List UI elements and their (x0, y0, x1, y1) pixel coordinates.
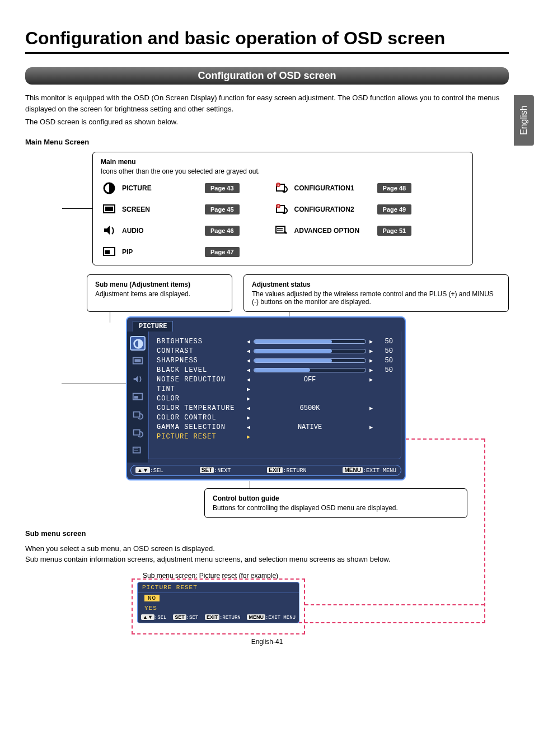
control-button-title: Control button guide (213, 494, 459, 502)
footer-return: RETURN (287, 468, 307, 474)
svg-rect-4 (105, 250, 110, 254)
osd-slider (254, 349, 366, 353)
main-menu-screen-heading: Main Menu Screen (25, 138, 509, 146)
osd-row-label: GAMMA SELECTION (157, 423, 243, 431)
menu-item-pip: PIP Page 47 (101, 245, 240, 259)
language-tab: English (514, 95, 534, 146)
sftr-return: RETURN (222, 615, 240, 620)
config2-icon: 2 (273, 202, 290, 217)
osd-select-value: 6500K (254, 404, 366, 412)
config1-icon: 1 (273, 181, 290, 195)
audio-icon (101, 223, 118, 238)
adjstatus-callout-desc: The values adjusted by the wireless remo… (252, 290, 500, 306)
sftr-set: SET (189, 615, 198, 620)
osd-row: COLOR TEMPERATURE◀6500K▶ (157, 404, 393, 413)
right-arrow-icon: ▶ (369, 348, 373, 354)
key-exit: EXIT (267, 467, 283, 473)
page-badge: Page 48 (377, 183, 412, 193)
osd-list: BRIGHTNESS◀▶50CONTRAST◀▶50SHARPNESS◀▶50B… (148, 332, 401, 459)
adjstatus-callout: Adjustment status The values adjusted by… (243, 274, 509, 312)
osd-row: BRIGHTNESS◀▶50 (157, 337, 393, 347)
right-arrow-icon: ▶ (247, 386, 250, 393)
side-picture-icon (131, 337, 144, 349)
key-menu: MENU (343, 467, 362, 473)
sftr-sel: SEL (157, 615, 166, 620)
left-arrow-icon: ◀ (247, 376, 250, 383)
svg-rect-19 (133, 412, 139, 417)
submenu-callout: Sub menu (Adjustment items) Adjustment i… (87, 274, 232, 312)
osd-row-label: SHARPNESS (157, 357, 243, 365)
left-arrow-icon: ◀ (247, 367, 250, 374)
menu-label: AUDIO (122, 227, 200, 235)
menu-label: SCREEN (122, 206, 200, 213)
submenu-callout-desc: Adjustment items are displayed. (95, 290, 224, 298)
menu-item-config2: 2 CONFIGURATION2 Page 49 (273, 202, 412, 217)
svg-rect-18 (134, 396, 138, 399)
menu-item-config1: 1 CONFIGURATION1 Page 48 (273, 181, 412, 195)
side-advanced-icon (131, 445, 144, 457)
skey-updown: ▲▼ (141, 614, 154, 620)
side-screen-icon (131, 355, 144, 367)
osd-select-value: OFF (254, 376, 366, 384)
menu-label: PICTURE (122, 184, 200, 192)
right-arrow-icon: ▶ (369, 405, 373, 412)
osd-row-label: NOISE REDUCTION (157, 376, 243, 384)
side-config1-icon (131, 409, 144, 421)
menu-col-left: PICTURE Page 43 SCREEN Page 45 AUDIO Pag… (101, 181, 240, 259)
menu-label: ADVANCED OPTION (294, 227, 373, 235)
osd-row: CONTRAST◀▶50 (157, 347, 393, 356)
page-badge: Page 47 (205, 247, 240, 257)
osd-value: 50 (376, 338, 393, 346)
osd-row: COLOR CONTROL▶ (157, 413, 393, 423)
page-badge: Page 51 (377, 226, 412, 236)
left-arrow-icon: ◀ (247, 348, 250, 354)
side-config2-icon (131, 427, 144, 439)
screen-icon (101, 202, 118, 217)
osd-slider (254, 339, 366, 344)
osd-row: PICTURE RESET▶ (157, 432, 393, 442)
key-set: SET (200, 467, 214, 473)
sub-osd-footer: ▲▼:SEL SET:SET EXIT:RETURN MENU:EXIT MEN… (138, 613, 299, 622)
main-menu-callout-desc: Icons other than the one you selected ar… (101, 167, 465, 175)
intro-p1: This monitor is equipped with the OSD (O… (25, 92, 509, 114)
osd-value: 50 (376, 366, 393, 374)
pip-icon (101, 245, 118, 259)
osd-footer: ▲▼:SEL SET:NEXT EXIT:RETURN MENU:EXIT ME… (130, 465, 401, 476)
sub-menu-p1: When you select a sub menu, an OSD scree… (25, 543, 509, 554)
sub-osd-opt-yes: YES (138, 603, 299, 613)
osd-tab-picture: PICTURE (133, 321, 173, 332)
menu-item-advanced: ADVANCED OPTION Page 51 (273, 223, 412, 238)
right-arrow-icon: ▶ (369, 424, 373, 431)
right-arrow-icon: ▶ (247, 433, 250, 440)
side-audio-icon (131, 373, 144, 385)
key-updown: ▲▼ (135, 467, 150, 473)
left-arrow-icon: ◀ (247, 338, 250, 345)
control-button-desc: Buttons for controlling the displayed OS… (213, 504, 459, 512)
osd-side-icons (127, 332, 148, 463)
sub-osd-opt-no: NO (138, 593, 299, 603)
page-badge: Page 45 (205, 204, 240, 214)
intro-text: This monitor is equipped with the OSD (O… (25, 92, 509, 128)
svg-rect-20 (133, 430, 139, 435)
menu-item-picture: PICTURE Page 43 (101, 181, 240, 195)
osd-slider (254, 368, 366, 372)
page-badge: Page 43 (205, 183, 240, 193)
sub-osd-no-label: NO (144, 595, 160, 601)
osd-row: NOISE REDUCTION◀OFF▶ (157, 375, 393, 385)
osd-row: SHARPNESS◀▶50 (157, 356, 393, 366)
intro-p2: The OSD screen is configured as shown be… (25, 116, 509, 128)
osd-row: BLACK LEVEL◀▶50 (157, 366, 393, 375)
submenu-callout-title: Sub menu (Adjustment items) (95, 281, 224, 288)
osd-row-label: COLOR CONTROL (157, 414, 243, 422)
dashed-connector-h3 (305, 604, 484, 605)
osd-slider (254, 358, 366, 363)
page-badge: Page 46 (205, 226, 240, 236)
footer-sel: SEL (153, 468, 163, 474)
skey-exit: EXIT (205, 614, 219, 620)
right-arrow-icon: ▶ (247, 414, 250, 421)
picture-icon (101, 181, 118, 195)
right-arrow-icon: ▶ (247, 395, 250, 402)
left-arrow-icon: ◀ (247, 405, 250, 412)
svg-rect-11 (276, 226, 285, 233)
dashed-connector-h1 (406, 438, 484, 440)
